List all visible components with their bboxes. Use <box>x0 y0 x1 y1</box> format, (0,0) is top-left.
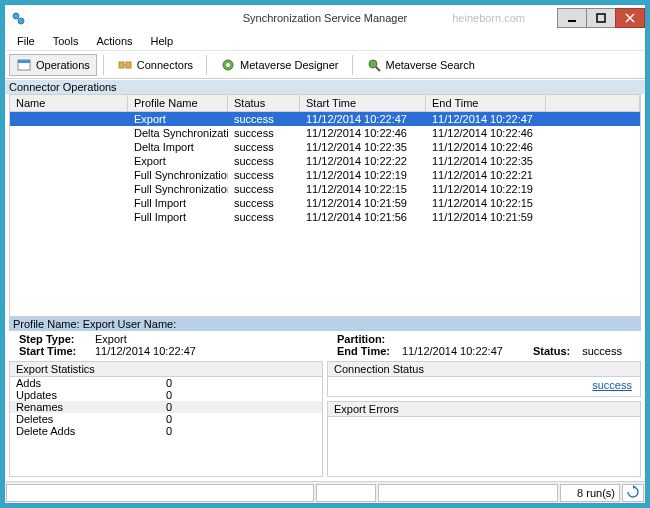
window-controls <box>558 8 645 28</box>
status-label: Status: <box>533 345 570 357</box>
svg-point-1 <box>18 18 24 24</box>
stat-row: Updates0 <box>10 389 322 401</box>
menu-actions[interactable]: Actions <box>88 33 140 49</box>
cell-profile: Full Import <box>128 211 228 223</box>
brand-text: heineborn.com <box>452 12 525 24</box>
svg-point-12 <box>226 63 230 67</box>
stat-value: 0 <box>160 377 200 389</box>
header-status[interactable]: Status <box>228 95 300 111</box>
svg-line-14 <box>376 67 380 71</box>
cell-end: 11/12/2014 10:22:19 <box>426 183 546 195</box>
cell-status: success <box>228 141 300 153</box>
window-title: Synchronization Service Manager <box>5 12 645 24</box>
app-icon <box>11 11 25 25</box>
close-button[interactable] <box>615 8 645 28</box>
cell-start: 11/12/2014 10:22:19 <box>300 169 426 181</box>
header-name[interactable]: Name <box>10 95 128 111</box>
stat-value: 0 <box>160 425 200 437</box>
status-cell-spacer1 <box>316 484 376 502</box>
grid-headers: Name Profile Name Status Start Time End … <box>9 94 641 112</box>
stat-key: Delete Adds <box>10 425 160 437</box>
cell-end: 11/12/2014 10:21:59 <box>426 211 546 223</box>
header-profile[interactable]: Profile Name <box>128 95 228 111</box>
details-pane: Step Type: Export Start Time: 11/12/2014… <box>5 331 645 479</box>
start-time-label: Start Time: <box>19 345 95 357</box>
metaverse-search-button[interactable]: Metaverse Search <box>359 54 482 76</box>
cell-profile: Full Synchronization <box>128 183 228 195</box>
toolbar-divider <box>352 55 353 75</box>
operations-grid: Name Profile Name Status Start Time End … <box>9 94 641 317</box>
stat-value: 0 <box>160 413 200 425</box>
connectors-icon <box>117 57 133 73</box>
refresh-icon <box>626 485 640 501</box>
metaverse-designer-button[interactable]: Metaverse Designer <box>213 54 345 76</box>
menu-file[interactable]: File <box>9 33 43 49</box>
cell-profile: Export <box>128 155 228 167</box>
stat-row: Deletes0 <box>10 413 322 425</box>
titlebar: Synchronization Service Manager heinebor… <box>5 5 645 31</box>
menu-bar: File Tools Actions Help <box>5 31 645 51</box>
connectors-label: Connectors <box>137 59 193 71</box>
table-row[interactable]: Full Importsuccess11/12/2014 10:21:5611/… <box>10 210 640 224</box>
status-cell-runs: 8 run(s) <box>560 484 620 502</box>
stat-value: 0 <box>160 389 200 401</box>
table-row[interactable]: Full Synchronizationsuccess11/12/2014 10… <box>10 182 640 196</box>
toolbar-divider <box>103 55 104 75</box>
svg-rect-7 <box>18 60 30 63</box>
menu-help[interactable]: Help <box>143 33 182 49</box>
stat-key: Adds <box>10 377 160 389</box>
details-left: Step Type: Export Start Time: 11/12/2014… <box>9 333 323 477</box>
toolbar: Operations Connectors Metaverse Designer… <box>5 51 645 79</box>
table-row[interactable]: Exportsuccess11/12/2014 10:22:2211/12/20… <box>10 154 640 168</box>
svg-rect-8 <box>119 62 124 68</box>
cell-start: 11/12/2014 10:21:56 <box>300 211 426 223</box>
refresh-button[interactable] <box>622 484 644 502</box>
cell-profile: Export <box>128 113 228 125</box>
toolbar-divider <box>206 55 207 75</box>
export-stats-body: Adds0Updates0Renames0Deletes0Delete Adds… <box>9 377 323 477</box>
connectors-button[interactable]: Connectors <box>110 54 200 76</box>
status-cell-spacer2 <box>378 484 558 502</box>
header-end[interactable]: End Time <box>426 95 546 111</box>
header-start[interactable]: Start Time <box>300 95 426 111</box>
export-errors-title: Export Errors <box>327 401 641 417</box>
export-stats-title: Export Statistics <box>9 361 323 377</box>
cell-end: 11/12/2014 10:22:46 <box>426 127 546 139</box>
header-spacer <box>546 95 640 111</box>
table-row[interactable]: Full Importsuccess11/12/2014 10:21:5911/… <box>10 196 640 210</box>
cell-end: 11/12/2014 10:22:21 <box>426 169 546 181</box>
table-row[interactable]: Full Synchronizationsuccess11/12/2014 10… <box>10 168 640 182</box>
stat-key: Deletes <box>10 413 160 425</box>
cell-start: 11/12/2014 10:22:46 <box>300 127 426 139</box>
cell-status: success <box>228 169 300 181</box>
table-row[interactable]: Exportsuccess11/12/2014 10:22:4711/12/20… <box>10 112 640 126</box>
table-row[interactable]: Delta Importsuccess11/12/2014 10:22:3511… <box>10 140 640 154</box>
cell-start: 11/12/2014 10:22:15 <box>300 183 426 195</box>
maximize-button[interactable] <box>586 8 616 28</box>
cell-start: 11/12/2014 10:22:35 <box>300 141 426 153</box>
menu-tools[interactable]: Tools <box>45 33 87 49</box>
grid-body[interactable]: Exportsuccess11/12/2014 10:22:4711/12/20… <box>9 112 641 317</box>
section-title: Connector Operations <box>5 79 645 94</box>
connection-status-link[interactable]: success <box>328 377 640 393</box>
start-time-value: 11/12/2014 10:22:47 <box>95 345 196 357</box>
step-type-label: Step Type: <box>19 333 95 345</box>
connection-status-title: Connection Status <box>327 361 641 377</box>
operations-icon <box>16 57 32 73</box>
minimize-button[interactable] <box>557 8 587 28</box>
svg-point-13 <box>369 60 377 68</box>
connection-status-body: success <box>327 377 641 397</box>
end-time-value: 11/12/2014 10:22:47 <box>402 345 503 357</box>
metaverse-designer-label: Metaverse Designer <box>240 59 338 71</box>
operations-button[interactable]: Operations <box>9 54 97 76</box>
table-row[interactable]: Delta Synchronizationsuccess11/12/2014 1… <box>10 126 640 140</box>
operations-label: Operations <box>36 59 90 71</box>
status-bar: 8 run(s) <box>5 481 645 503</box>
window: Synchronization Service Manager heinebor… <box>4 4 646 504</box>
cell-status: success <box>228 113 300 125</box>
cell-status: success <box>228 211 300 223</box>
metaverse-search-label: Metaverse Search <box>386 59 475 71</box>
svg-rect-3 <box>597 14 605 22</box>
svg-rect-9 <box>126 62 131 68</box>
svg-point-0 <box>13 13 19 19</box>
